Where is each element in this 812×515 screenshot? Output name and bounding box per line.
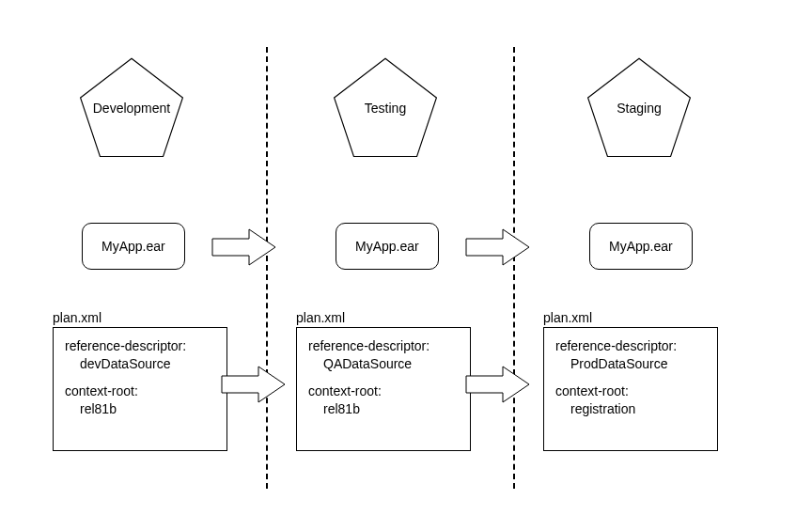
refdesc-key: reference-descriptor: — [65, 337, 215, 355]
plan-box-test: reference-descriptor: QADataSource conte… — [296, 327, 471, 451]
refdesc-val: ProdDataSource — [555, 355, 706, 373]
ear-box-staging: MyApp.ear — [589, 223, 693, 270]
env-label-staging: Staging — [617, 101, 661, 116]
plan-label-test: plan.xml — [296, 310, 345, 325]
svg-marker-4 — [466, 229, 529, 265]
ctx-val: registration — [555, 400, 706, 418]
plan-label-staging: plan.xml — [543, 310, 592, 325]
deployment-diagram: Development Testing Staging MyApp.ear My… — [0, 0, 812, 515]
svg-marker-6 — [466, 367, 529, 402]
arrow-plan-dev-to-test — [221, 365, 287, 407]
ctx-key: context-root: — [308, 382, 459, 400]
refdesc-val: QADataSource — [308, 355, 459, 373]
svg-marker-5 — [222, 367, 285, 402]
ear-box-dev: MyApp.ear — [82, 223, 185, 270]
arrow-ear-dev-to-test — [211, 227, 277, 270]
ctx-val: rel81b — [65, 400, 215, 418]
env-label-testing: Testing — [365, 101, 406, 116]
env-development-pentagon: Development — [75, 56, 188, 160]
ear-label: MyApp.ear — [355, 239, 419, 254]
ctx-key: context-root: — [65, 382, 215, 400]
svg-marker-3 — [212, 229, 275, 265]
plan-label-dev: plan.xml — [53, 310, 102, 325]
env-staging-pentagon: Staging — [583, 56, 695, 160]
ear-label: MyApp.ear — [102, 239, 165, 254]
env-testing-pentagon: Testing — [329, 56, 442, 160]
plan-box-dev: reference-descriptor: devDataSource cont… — [53, 327, 227, 451]
arrow-ear-test-to-staging — [465, 227, 531, 270]
ctx-key: context-root: — [555, 382, 706, 400]
ear-box-test: MyApp.ear — [336, 223, 439, 270]
env-label-development: Development — [93, 101, 171, 116]
refdesc-key: reference-descriptor: — [308, 337, 459, 355]
refdesc-key: reference-descriptor: — [555, 337, 706, 355]
arrow-plan-test-to-staging — [465, 365, 531, 407]
ctx-val: rel81b — [308, 400, 459, 418]
plan-box-staging: reference-descriptor: ProdDataSource con… — [543, 327, 718, 451]
ear-label: MyApp.ear — [609, 239, 673, 254]
refdesc-val: devDataSource — [65, 355, 215, 373]
